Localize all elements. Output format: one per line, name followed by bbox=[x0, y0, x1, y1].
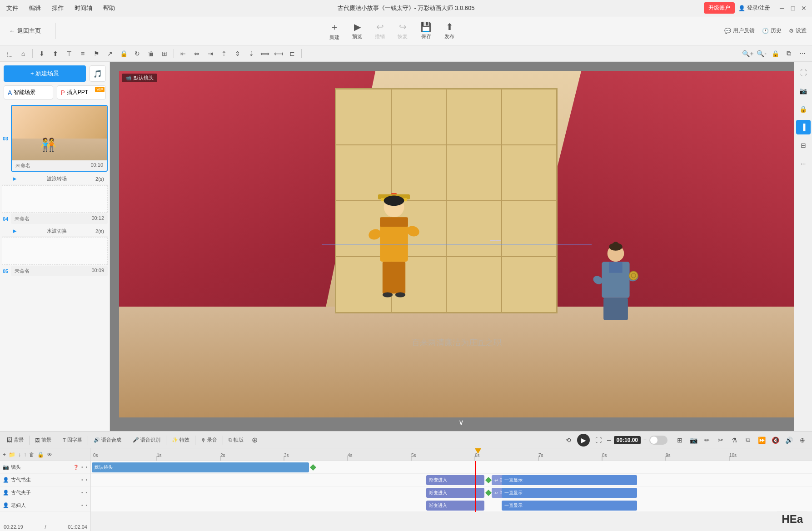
new-button[interactable]: ＋ 新建 bbox=[324, 18, 345, 44]
emperor-dot2-btn[interactable]: • bbox=[85, 490, 88, 496]
menu-edit[interactable]: 编辑 bbox=[26, 2, 44, 14]
more-tool[interactable]: ⋯ bbox=[797, 48, 808, 60]
tl-camera-button[interactable]: 📷 bbox=[687, 434, 699, 446]
login-button[interactable]: 👤 登录/注册 bbox=[738, 4, 770, 12]
track-down-button[interactable]: ↓ bbox=[18, 452, 21, 458]
tl-speed-button[interactable]: ⏩ bbox=[756, 434, 767, 446]
transition-04[interactable]: ▶ 水波切换 2(s) bbox=[2, 226, 108, 237]
tl-rewind-button[interactable]: ⟲ bbox=[563, 434, 574, 446]
copy-tool[interactable]: ⧉ bbox=[783, 48, 795, 60]
track-add-button[interactable]: + bbox=[3, 452, 6, 458]
tl-fullscreen-button[interactable]: ⛶ bbox=[593, 434, 604, 446]
lock-view-tool[interactable]: 🔒 bbox=[796, 102, 811, 116]
menu-operate[interactable]: 操作 bbox=[49, 2, 66, 14]
home-tool[interactable]: ⌂ bbox=[17, 48, 29, 60]
tl-subtitle-button[interactable]: T 固字幕 bbox=[60, 435, 85, 445]
align-up-tool[interactable]: ⬆ bbox=[50, 48, 61, 60]
align-left-tool[interactable]: ⇤ bbox=[177, 48, 189, 60]
menu-timeline[interactable]: 时间轴 bbox=[72, 2, 95, 14]
undo-button[interactable]: ↩ 撤销 bbox=[369, 19, 390, 43]
save-button[interactable]: 💾 保存 bbox=[415, 19, 437, 43]
tl-cut-button[interactable]: ✂ bbox=[715, 434, 727, 446]
scholar-dot2-btn[interactable]: • bbox=[85, 477, 88, 483]
select-tool[interactable]: ⬚ bbox=[4, 48, 15, 60]
scholar-show-clip[interactable]: 一直显示 bbox=[502, 475, 637, 485]
old-woman-dot2-btn[interactable]: • bbox=[85, 502, 88, 508]
emperor-show-clip[interactable]: 一直显示 bbox=[502, 488, 637, 498]
camera-question-btn[interactable]: ❓ bbox=[73, 464, 79, 470]
rotate-tool[interactable]: ↻ bbox=[131, 48, 143, 60]
forward-tool[interactable]: ↗ bbox=[104, 48, 116, 60]
menu-help[interactable]: 帮助 bbox=[100, 2, 118, 14]
zoom-out-tool[interactable]: 🔍- bbox=[756, 48, 767, 60]
more-options-tool[interactable]: ··· bbox=[796, 156, 811, 171]
blue-panel-tool[interactable]: ▐ bbox=[796, 120, 811, 134]
align-center-h-tool[interactable]: ⇔ bbox=[191, 48, 203, 60]
old-woman-show-clip[interactable]: 一直显示 bbox=[502, 501, 637, 511]
transition-03[interactable]: ▶ 波浪转场 2(s) bbox=[2, 174, 108, 184]
track-up-button[interactable]: ↑ bbox=[24, 452, 26, 458]
preview-button[interactable]: ▶ 预览 bbox=[347, 19, 368, 43]
tl-loop-toggle[interactable] bbox=[649, 436, 668, 445]
align-bottom2-tool[interactable]: ⇣ bbox=[245, 48, 257, 60]
align-center-v-tool[interactable]: ⇕ bbox=[232, 48, 244, 60]
tl-speech-synth-button[interactable]: 🔊 语音合成 bbox=[91, 435, 124, 445]
maximize-button[interactable]: □ bbox=[788, 4, 797, 13]
lock-tool[interactable]: 🔒 bbox=[118, 48, 130, 60]
align-right-tool[interactable]: ⇥ bbox=[204, 48, 216, 60]
new-scene-button[interactable]: + 新建场景 bbox=[4, 65, 86, 82]
smart-scene-button[interactable]: A 智能场景 bbox=[4, 85, 53, 99]
camera-dot2-btn[interactable]: • bbox=[85, 464, 88, 470]
tl-more-button[interactable]: ⊕ bbox=[249, 434, 260, 446]
scene-thumb-04[interactable]: 未命名 00:12 bbox=[11, 213, 108, 224]
camera-dot1-btn[interactable]: • bbox=[81, 464, 84, 470]
align-edge-tool[interactable]: ⊏ bbox=[286, 48, 298, 60]
align-all-tool[interactable]: ≡ bbox=[77, 48, 89, 60]
tl-play-button[interactable]: ▶ bbox=[577, 434, 590, 447]
redo-button[interactable]: ↪ 恢复 bbox=[392, 19, 413, 43]
tl-mute-button[interactable]: 🔇 bbox=[769, 434, 781, 446]
screenshot-tool[interactable]: 📷 bbox=[796, 84, 811, 98]
distribute-v-tool[interactable]: ⟻ bbox=[273, 48, 284, 60]
scene-thumb-03[interactable]: 🧑‍🤝‍🧑 未命名 00:10 bbox=[11, 105, 108, 172]
tl-add-button[interactable]: ⊕ bbox=[797, 434, 808, 446]
music-button[interactable]: 🎵 bbox=[90, 65, 106, 82]
tl-volume-button[interactable]: 🔊 bbox=[783, 434, 795, 446]
tl-filter-button[interactable]: ⚗ bbox=[728, 434, 740, 446]
track-lock-button[interactable]: 🔒 bbox=[37, 452, 44, 458]
back-home-button[interactable]: ← 返回主页 bbox=[5, 24, 45, 38]
feedback-button[interactable]: 💬 用户反馈 bbox=[724, 27, 755, 35]
camera-clip[interactable]: 默认镜头 bbox=[92, 462, 309, 472]
scroll-down-indicator[interactable]: ∨ bbox=[458, 418, 464, 427]
tl-copy-version-button[interactable]: ⧉ 帧版 bbox=[226, 435, 246, 445]
crop-tool[interactable]: ⊞ bbox=[159, 48, 170, 60]
menu-file[interactable]: 文件 bbox=[4, 2, 21, 14]
emperor-dot1-btn[interactable]: • bbox=[81, 490, 84, 496]
track-folder-button[interactable]: 📁 bbox=[9, 452, 15, 458]
align-bottom-tool[interactable]: ⬇ bbox=[36, 48, 48, 60]
old-woman-dot1-btn[interactable]: • bbox=[81, 502, 84, 508]
settings-button[interactable]: ⚙ 设置 bbox=[789, 27, 807, 35]
tl-speech-recog-button[interactable]: 🎤 语音识别 bbox=[130, 435, 163, 445]
tl-edit-button[interactable]: ✏ bbox=[701, 434, 713, 446]
tl-fit-button[interactable]: ⊞ bbox=[674, 434, 686, 446]
tl-bg-button[interactable]: 🖼 背景 bbox=[4, 435, 26, 445]
align-top-tool[interactable]: ⊤ bbox=[63, 48, 75, 60]
tl-front-button[interactable]: 🖼 前景 bbox=[32, 435, 54, 445]
tl-record-button[interactable]: 🎙 录音 bbox=[198, 435, 220, 445]
close-button[interactable]: ✕ bbox=[799, 4, 808, 13]
delete-tool[interactable]: 🗑 bbox=[145, 48, 157, 60]
tl-effects-button[interactable]: ✨ 特效 bbox=[169, 435, 192, 445]
align-top2-tool[interactable]: ⇡ bbox=[218, 48, 230, 60]
zoom-in-tool[interactable]: 🔍+ bbox=[742, 48, 754, 60]
history-button[interactable]: 🕐 历史 bbox=[762, 27, 782, 35]
tl-copy2-button[interactable]: ⧉ bbox=[742, 434, 754, 446]
publish-button[interactable]: ⬆ 发布 bbox=[439, 19, 460, 43]
layer-tool[interactable]: ⊟ bbox=[796, 138, 811, 153]
distribute-h-tool[interactable]: ⟺ bbox=[259, 48, 271, 60]
fullscreen-tool[interactable]: ⛶ bbox=[796, 65, 811, 80]
scene-thumb-05[interactable]: 未命名 00:09 bbox=[11, 266, 108, 276]
minimize-button[interactable]: ─ bbox=[777, 4, 787, 13]
upgrade-button[interactable]: 升级账户 bbox=[704, 2, 735, 14]
track-delete-button[interactable]: 🗑 bbox=[29, 452, 35, 458]
